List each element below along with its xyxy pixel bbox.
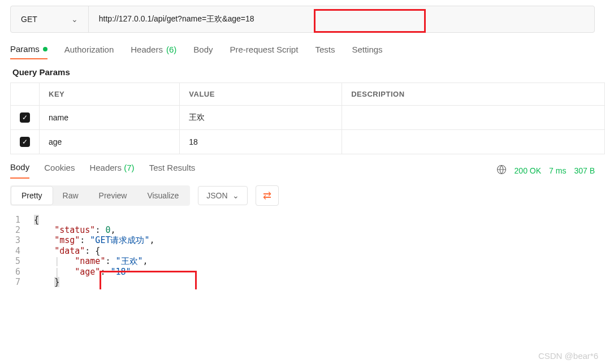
vtab-raw[interactable]: Raw bbox=[53, 187, 89, 205]
url-input[interactable]: http://127.0.0.1/api/get?name=王欢&age=18 bbox=[89, 6, 594, 32]
query-params-title: Query Params bbox=[0, 59, 605, 83]
globe-icon[interactable] bbox=[496, 164, 507, 176]
param-key[interactable]: name bbox=[40, 106, 180, 130]
param-key[interactable]: age bbox=[40, 130, 180, 154]
table-row[interactable]: ✓ name 王欢 bbox=[11, 106, 605, 130]
format-select[interactable]: JSON ⌄ bbox=[198, 186, 247, 205]
query-params-table: KEY VALUE DESCRIPTION ✓ name 王欢 ✓ age 18 bbox=[10, 83, 605, 154]
tab-headers[interactable]: Headers (6) bbox=[131, 44, 176, 59]
response-body[interactable]: 1{ 2 "status": 0, 3 "msg": "GET请求成功", 4 … bbox=[0, 213, 605, 289]
param-description[interactable] bbox=[342, 106, 605, 130]
chevron-down-icon: ⌄ bbox=[71, 15, 78, 24]
response-size: 307 B bbox=[574, 166, 595, 175]
rtab-headers[interactable]: Headers (7) bbox=[89, 163, 134, 178]
vtab-visualize[interactable]: Visualize bbox=[137, 187, 189, 205]
vtab-preview[interactable]: Preview bbox=[89, 187, 137, 205]
rtab-test-results[interactable]: Test Results bbox=[149, 163, 196, 178]
tab-prerequest[interactable]: Pre-request Script bbox=[230, 44, 299, 59]
checkbox[interactable]: ✓ bbox=[20, 112, 30, 123]
checkbox[interactable]: ✓ bbox=[20, 137, 30, 147]
url-text: http://127.0.0.1/api/get?name=王欢&age=18 bbox=[99, 14, 254, 24]
response-tabs: Body Cookies Headers (7) Test Results 20… bbox=[0, 154, 605, 179]
tab-tests[interactable]: Tests bbox=[315, 44, 335, 59]
chevron-down-icon: ⌄ bbox=[232, 191, 239, 200]
tab-body[interactable]: Body bbox=[193, 44, 213, 59]
vtab-pretty[interactable]: Pretty bbox=[11, 187, 53, 205]
param-value[interactable]: 王欢 bbox=[180, 106, 342, 130]
param-description[interactable] bbox=[342, 130, 605, 154]
method-select[interactable]: GET ⌄ bbox=[11, 6, 89, 32]
rtab-body[interactable]: Body bbox=[10, 162, 29, 179]
status-code: 200 OK bbox=[515, 166, 541, 175]
view-bar: Pretty Raw Preview Visualize JSON ⌄ ⇄ bbox=[0, 179, 605, 213]
tab-settings[interactable]: Settings bbox=[352, 44, 382, 59]
col-description: DESCRIPTION bbox=[342, 83, 605, 106]
rtab-cookies[interactable]: Cookies bbox=[44, 163, 75, 178]
request-tabs: Params Authorization Headers (6) Body Pr… bbox=[0, 33, 605, 59]
method-label: GET bbox=[21, 15, 37, 24]
table-row[interactable]: ✓ age 18 bbox=[11, 130, 605, 154]
active-dot-icon bbox=[43, 47, 47, 51]
wrap-icon: ⇄ bbox=[263, 190, 271, 201]
param-value[interactable]: 18 bbox=[180, 130, 342, 154]
wrap-button[interactable]: ⇄ bbox=[256, 185, 279, 206]
col-key: KEY bbox=[40, 83, 180, 106]
response-time: 7 ms bbox=[549, 166, 566, 175]
annotation-highlight bbox=[314, 9, 426, 33]
col-value: VALUE bbox=[180, 83, 342, 106]
tab-params[interactable]: Params bbox=[10, 44, 47, 59]
tab-authorization[interactable]: Authorization bbox=[64, 44, 114, 59]
